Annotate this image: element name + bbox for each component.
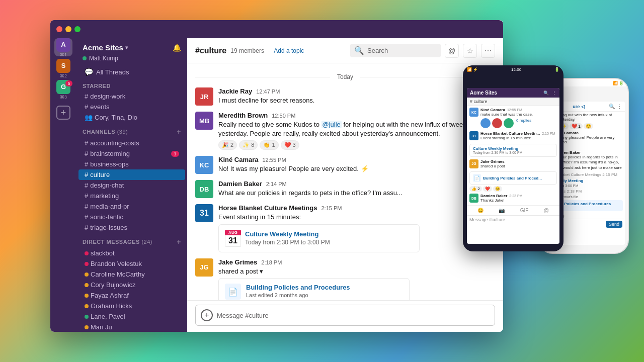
emoji-icon[interactable]: 😊	[477, 208, 484, 213]
hash-icon: #	[85, 150, 88, 157]
event-title[interactable]: Culture Weekly Meeting	[245, 230, 413, 238]
workspace-icon-3[interactable]: G ⌘3 5	[54, 80, 72, 99]
sidebar-item-business-ops[interactable]: # business-ops	[78, 159, 185, 169]
ios-search-icon[interactable]: 🔍	[609, 104, 615, 109]
sidebar-item-sonic-fanfic[interactable]: # sonic-fanfic	[78, 212, 185, 222]
dm-status-dot	[85, 304, 89, 308]
android-reaction-1[interactable]: 👍 2	[469, 186, 482, 192]
message-kine-camara: KC Kiné Camara 12:55 PM No! It was my pl…	[187, 153, 503, 177]
dm-status-dot	[85, 273, 89, 277]
star-button[interactable]: ☆	[463, 44, 477, 58]
dm-lane-pavel[interactable]: Lane, Pavel	[78, 311, 185, 322]
message-input-placeholder[interactable]: Message #culture	[217, 312, 490, 319]
brainstorming-badge: 1	[171, 151, 179, 157]
dm-slackbot[interactable]: slackbot	[78, 248, 185, 258]
android-reaction-3[interactable]: 😊	[493, 186, 502, 192]
dm-mari-ju[interactable]: Mari Ju	[78, 322, 185, 332]
message-meredith-brown: MB Meredith Brown 12:50 PM Really need t…	[187, 109, 503, 153]
android-avatar-jake: JG	[469, 159, 478, 168]
sidebar-item-media-and-pr[interactable]: # media-and-pr	[78, 201, 185, 212]
gif-icon[interactable]: GIF	[520, 208, 529, 213]
ios-reaction-4[interactable]: 😊	[584, 123, 593, 129]
hash-icon: #	[85, 103, 88, 111]
hash-icon: #	[85, 182, 88, 189]
sidebar-item-events[interactable]: # events	[78, 102, 185, 112]
messages-area[interactable]: Today JR Jackie Ray 12:47 PM I must decl…	[187, 63, 503, 300]
sidebar-item-accounting-costs[interactable]: # accounting-costs	[78, 138, 185, 148]
sidebar-header: Acme Sites ▾ 🔔	[76, 38, 187, 55]
add-attachment-button[interactable]: +	[201, 309, 213, 321]
message-input-box[interactable]: + Message #culture	[195, 305, 495, 326]
calendar-event: AUG 31 Culture Weekly Meeting Today from…	[218, 224, 420, 252]
date-divider: Today	[195, 73, 495, 80]
android-input-bar[interactable]: Message #culture	[467, 215, 559, 224]
message-jackie-ray: JR Jackie Ray 12:47 PM I must decline fo…	[187, 84, 503, 109]
at-mention-button[interactable]: @	[445, 44, 459, 58]
reaction-party[interactable]: 🎉 2	[218, 140, 237, 150]
add-workspace-button[interactable]: +	[56, 106, 70, 120]
android-avatar-kine: KC	[469, 108, 478, 117]
notifications-bell-icon[interactable]: 🔔	[173, 44, 181, 52]
avatar-kine-camara: KC	[195, 156, 213, 174]
dm-cory-bujnowicz[interactable]: Cory Bujnowicz	[78, 280, 185, 290]
avatar-jake-grimes: JG	[195, 258, 213, 277]
android-avatar-sm	[480, 118, 491, 128]
reaction-clap[interactable]: 👏 1	[260, 140, 278, 150]
all-threads-item[interactable]: 💬 All Threads	[78, 66, 185, 78]
mention-icon[interactable]: @	[544, 208, 549, 213]
avatar-jackie-ray: JR	[195, 87, 213, 106]
avatar-calendar: 31	[195, 204, 213, 222]
android-search-icon[interactable]: 🔍	[543, 90, 549, 96]
add-channel-button[interactable]: +	[177, 128, 181, 136]
ios-more-icon[interactable]: ⋮	[617, 104, 622, 109]
android-time: 12:00	[511, 67, 521, 72]
dm-graham-hicks[interactable]: Graham Hicks	[78, 301, 185, 311]
ios-send-button[interactable]: Send	[606, 221, 622, 228]
sidebar-item-design-work[interactable]: # design-work	[78, 91, 185, 102]
channel-header: #culture 19 members · Add a topic 🔍 Sear…	[187, 38, 503, 63]
shared-post[interactable]: 📄 Building Policies and Procedures Last …	[218, 278, 410, 300]
reaction-heart[interactable]: ❤️ 3	[281, 140, 299, 150]
add-dm-button[interactable]: +	[177, 238, 181, 246]
close-button[interactable]	[56, 26, 62, 32]
minimize-button[interactable]	[65, 26, 71, 32]
sidebar-item-design-chat[interactable]: # design-chat	[78, 180, 185, 191]
search-bar[interactable]: 🔍 Search	[350, 44, 441, 57]
fullscreen-button[interactable]	[74, 26, 80, 32]
android-more-icon[interactable]: ⋮	[552, 90, 556, 96]
message-input-area: + Message #culture	[187, 300, 503, 332]
hash-icon: #	[85, 171, 88, 178]
dm-brandon-velestuk[interactable]: Brandon Velestuk	[78, 258, 185, 269]
android-reaction-2[interactable]: ❤️	[483, 186, 492, 192]
avatar-meredith-brown: MB	[195, 112, 213, 130]
person-group-icon: 👥	[85, 114, 93, 121]
image-icon[interactable]: 📷	[499, 208, 505, 213]
sidebar-item-triage-issues[interactable]: # triage-issues	[78, 222, 185, 233]
ws-label-3: ⌘3	[60, 95, 67, 100]
message-damien-baker-1: DB Damien Baker 2:14 PM What are our pol…	[187, 177, 503, 201]
event-date-box: AUG 31	[225, 230, 241, 247]
ws-label-1: ⌘1	[60, 53, 67, 57]
workspace-icon-1[interactable]: A ⌘1	[54, 38, 72, 56]
post-meta: Last edited 2 months ago	[246, 292, 350, 298]
workspace-name[interactable]: Acme Sites ▾	[83, 43, 128, 52]
dm-status-dot	[85, 283, 89, 287]
sidebar-item-culture[interactable]: # culture	[78, 169, 185, 180]
user-status: Matt Kump	[76, 55, 187, 66]
mention-julie: @julie	[321, 121, 342, 128]
ios-reaction-3[interactable]: ❤️ 1	[570, 123, 583, 129]
android-status-bar: 📶 ⚡ 12:00 🔋	[463, 65, 564, 73]
more-options-button[interactable]: ⋯	[481, 44, 495, 58]
dm-caroline-mccarthy[interactable]: Caroline McCarthy	[78, 269, 185, 280]
hash-icon: #	[85, 224, 88, 231]
dm-fayaz-ashraf[interactable]: Fayaz Ashraf	[78, 290, 185, 301]
dm-status-dot	[85, 294, 89, 298]
sidebar-item-brainstorming[interactable]: # brainstorming 1	[78, 148, 185, 159]
icon-bar: A ⌘1 S ⌘2 G ⌘3 5 +	[50, 20, 76, 332]
workspace-icon-2[interactable]: S ⌘2	[54, 59, 72, 77]
reaction-sparkle[interactable]: ✨ 8	[239, 140, 258, 150]
dm-status-dot	[85, 251, 89, 255]
dm-status-dot	[85, 262, 89, 266]
sidebar-item-marketing[interactable]: # marketing	[78, 191, 185, 201]
sidebar-item-cory-tina-dio[interactable]: 👥 Cory, Tina, Dio	[78, 112, 185, 123]
